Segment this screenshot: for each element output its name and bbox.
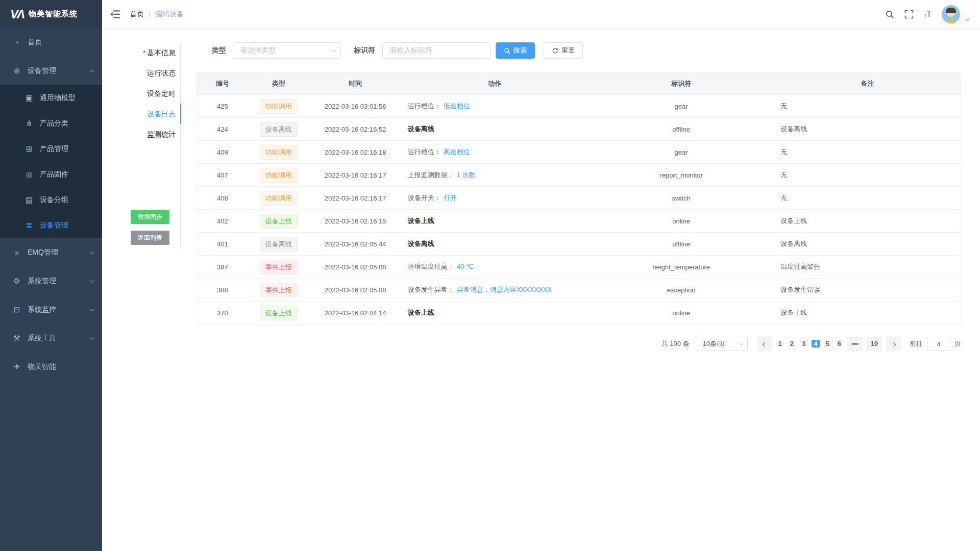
collapse-sidebar-icon[interactable] — [110, 10, 120, 19]
page-size-value: 10条/页 — [703, 339, 725, 348]
cell-time: 2022-03-16 02:16:52 — [309, 118, 402, 141]
last-page-button[interactable]: 10 — [867, 337, 882, 351]
emq-icon: × — [11, 248, 22, 257]
identifier-input[interactable]: 请输入标识符 — [382, 42, 491, 59]
sidebar-item-9[interactable]: ⚙ 系统管理 — [0, 267, 102, 295]
logo-mark-icon: VΛ — [10, 7, 23, 21]
sidebar-item-8[interactable]: × EMQ管理 — [0, 238, 102, 267]
sidebar-item-1[interactable]: ⊛ 设备管理 — [0, 57, 102, 85]
sidebar-item-5[interactable]: ◎ 产品固件 — [0, 162, 102, 187]
pagination: 共 100 条 10条/页 123456 ••• 10 前往 页 — [197, 337, 961, 351]
table-header-row: 编号 类型 时间 动作 标识符 备注 — [197, 72, 961, 95]
action-link[interactable]: 低速档位 — [444, 102, 470, 110]
sidebar-item-3[interactable]: ⋔ 产品分类 — [0, 111, 102, 136]
system-monitor-icon: ⊡ — [11, 305, 22, 314]
table-row: 424 设备离线 2022-03-16 02:16:52 设备离线 offlin… — [197, 118, 961, 141]
reset-button-label: 重置 — [561, 46, 575, 55]
page-button-5[interactable]: 5 — [824, 340, 831, 347]
page-button-1[interactable]: 1 — [776, 340, 784, 347]
chevron-down-icon — [739, 341, 743, 345]
sidebar-menu: ◔ 首页 ⊛ 设备管理 ▣ 通用物模型 ⋔ 产品分类 ⊞ 产品管理 ◎ 产品固件… — [0, 28, 102, 551]
sidebar-item-10[interactable]: ⊡ 系统监控 — [0, 295, 102, 324]
cell-action: 设备开关：打开 — [402, 187, 588, 210]
type-select[interactable]: 请选择类型 — [233, 42, 341, 59]
header-remark: 备注 — [774, 72, 961, 95]
app-title: 物美智能系统 — [29, 9, 78, 19]
chevron-down-icon — [90, 249, 95, 255]
tab-4[interactable]: 监测统计 — [130, 124, 180, 144]
sidebar-item-12[interactable]: ✈ 物美智能 — [0, 353, 102, 381]
back-to-list-button[interactable]: 返回列表 — [131, 231, 169, 245]
cell-type: 事件上报 — [248, 279, 309, 302]
table-row: 370 设备上线 2022-03-16 02:04:14 设备上线 online… — [197, 302, 961, 324]
more-pages-button[interactable]: ••• — [847, 337, 863, 351]
action-link[interactable]: 1 次数 — [457, 171, 476, 179]
cell-action: 运行档位：高速档位 — [402, 141, 588, 164]
action-link[interactable]: 高速档位 — [444, 148, 470, 156]
header-type: 类型 — [248, 72, 309, 95]
cell-action: 设备上线 — [402, 302, 588, 324]
table-row: 407 功能调用 2022-03-16 02:16:17 上报监测数据：1 次数… — [197, 164, 961, 187]
prev-page-button[interactable] — [757, 337, 772, 351]
header-id: 编号 — [197, 72, 248, 95]
tab-0[interactable]: *基本信息 — [130, 42, 180, 63]
cell-identifier: online — [588, 210, 774, 233]
cell-identifier: gear — [588, 141, 774, 164]
log-type-tag: 功能调用 — [260, 145, 298, 160]
sidebar-item-2[interactable]: ▣ 通用物模型 — [0, 85, 102, 111]
search-icon[interactable] — [885, 10, 894, 19]
fullscreen-icon[interactable] — [904, 10, 914, 19]
breadcrumb-home-link[interactable]: 首页 — [130, 10, 144, 19]
action-link[interactable]: 40 ℃ — [457, 263, 474, 270]
goto-page-input[interactable] — [927, 337, 950, 351]
thing-model-icon: ▣ — [23, 93, 35, 103]
reset-button[interactable]: 重置 — [544, 42, 583, 59]
chevron-down-icon — [332, 47, 336, 52]
data-sync-button[interactable]: 数据同步 — [131, 210, 169, 224]
log-type-tag: 设备上线 — [260, 214, 298, 229]
cell-id: 388 — [197, 279, 248, 302]
cell-identifier: online — [588, 302, 774, 324]
cell-remark: 设备上线 — [774, 302, 961, 324]
cell-remark: 无 — [774, 187, 961, 210]
cell-identifier: gear — [588, 95, 774, 118]
cell-id: 370 — [197, 302, 248, 324]
system-tools-icon: ⚒ — [11, 334, 22, 343]
page-button-2[interactable]: 2 — [788, 340, 796, 347]
action-link[interactable]: 异常消息，消息内容XXXXXXXX — [457, 286, 552, 293]
search-button[interactable]: 搜索 — [496, 42, 535, 59]
tab-2[interactable]: 设备定时 — [130, 83, 180, 104]
cell-type: 设备上线 — [248, 302, 309, 324]
device-list-icon: ≣ — [23, 221, 35, 230]
page-button-6[interactable]: 6 — [836, 340, 843, 347]
page-size-select[interactable]: 10条/页 — [697, 337, 748, 351]
identifier-filter-label: 标识符 — [354, 46, 375, 55]
sidebar-item-0[interactable]: ◔ 首页 — [0, 28, 102, 57]
avatar[interactable] — [942, 5, 960, 23]
cell-id: 424 — [197, 118, 248, 141]
sidebar-item-7[interactable]: ≣ 设备管理 — [0, 213, 102, 238]
cell-action: 设备发生异常：异常消息，消息内容XXXXXXXX — [402, 279, 588, 302]
identifier-input-placeholder: 请输入标识符 — [389, 46, 432, 55]
sidebar-item-11[interactable]: ⚒ 系统工具 — [0, 324, 102, 353]
log-type-tag: 功能调用 — [260, 191, 298, 206]
page-button-3[interactable]: 3 — [800, 340, 807, 347]
log-type-tag: 功能调用 — [260, 168, 298, 183]
tab-3[interactable]: 设备日志 — [130, 104, 180, 124]
cell-remark: 无 — [774, 95, 961, 118]
font-size-icon[interactable]: тT — [924, 10, 932, 18]
cell-time: 2022-03-16 02:16:18 — [309, 141, 402, 164]
user-menu-caret-icon[interactable] — [966, 13, 969, 22]
page-button-4[interactable]: 4 — [812, 340, 819, 347]
sidebar: VΛ 物美智能系统 ◔ 首页 ⊛ 设备管理 ▣ 通用物模型 ⋔ 产品分类 ⊞ 产… — [0, 0, 102, 551]
cell-time: 2022-03-16 02:16:15 — [309, 210, 402, 233]
tab-1[interactable]: 运行状态 — [130, 63, 180, 83]
log-type-tag: 设备上线 — [260, 306, 298, 320]
action-link[interactable]: 打开 — [444, 194, 457, 202]
next-page-button[interactable] — [886, 337, 901, 351]
firmware-icon: ◎ — [23, 170, 35, 179]
search-button-label: 搜索 — [513, 46, 527, 55]
sidebar-item-4[interactable]: ⊞ 产品管理 — [0, 136, 102, 162]
sidebar-item-6[interactable]: ▤ 设备分组 — [0, 187, 102, 213]
cell-action: 设备离线 — [402, 233, 588, 256]
